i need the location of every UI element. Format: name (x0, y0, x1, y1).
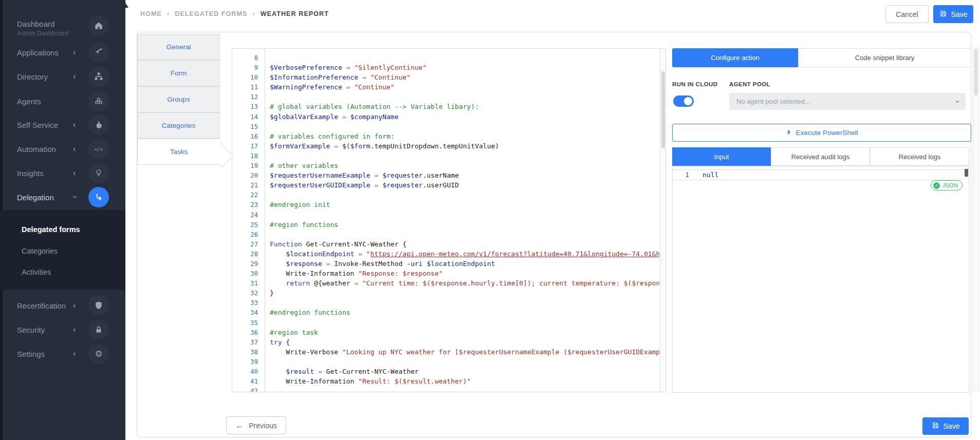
tab-label: Input (714, 153, 729, 161)
code-line: 16# variables configured in form: (232, 131, 659, 141)
code-line: 33 (232, 298, 659, 308)
save-icon (932, 422, 939, 431)
tab-groups[interactable]: Groups (137, 86, 220, 112)
sidebar-item-recertification[interactable]: Recertification ‹ (0, 294, 125, 317)
code-line: 13# global variables (Automation --> Var… (232, 102, 659, 111)
save-button[interactable]: Save (933, 5, 973, 23)
hand-icon (88, 114, 109, 135)
sidebar-item-label: Applications (17, 48, 59, 57)
execute-button-label: Execute PowerShell (796, 129, 858, 137)
json-value: null (695, 170, 718, 180)
lightning-icon (786, 128, 792, 138)
sidebar-item-applications[interactable]: Applications ‹ (0, 41, 125, 64)
sidebar-item-label: Recertification (17, 301, 66, 310)
home-icon (88, 15, 109, 36)
sidebar-item-automation[interactable]: Automation ‹ </> (0, 137, 125, 161)
sidebar-item-label: Directory (17, 72, 48, 81)
breadcrumb-delegated-forms[interactable]: DELEGATED FORMS (175, 10, 247, 17)
tab-label: Tasks (170, 148, 188, 156)
code-line: 8 (232, 53, 659, 63)
chevron-left-icon: ‹ (73, 168, 76, 178)
lock-icon (88, 319, 109, 340)
sidebar-item-agents[interactable]: Agents (0, 89, 125, 113)
agents-icon (88, 91, 109, 111)
json-valid-badge: ✓ JSON (931, 180, 963, 190)
chevron-left-icon: ‹ (73, 349, 76, 358)
code-line: 21$requesterUserGUIDExample = $requester… (232, 180, 659, 190)
save-button-bottom[interactable]: Save (922, 417, 969, 435)
tab-label: Received logs (899, 153, 941, 161)
run-in-cloud-toggle[interactable] (673, 95, 694, 107)
chevron-separator-icon: › (167, 10, 170, 17)
sidebar-item-label: Settings (17, 350, 45, 358)
sidebar-item-categories[interactable]: Categories (22, 245, 58, 257)
code-line: 28 $locationEndpoint = "https://api.open… (232, 249, 659, 259)
code-line: 29 $response = Invoke-RestMethod -uri $l… (232, 259, 659, 269)
code-line: 12 (232, 92, 659, 102)
code-icon: </> (88, 139, 109, 159)
sidebar-item-self-service[interactable]: Self Service ‹ (0, 113, 125, 137)
code-line: 38 Write-Verbose "Looking up NYC weather… (232, 347, 659, 357)
breadcrumb-current: WEATHER REPORT (261, 10, 329, 17)
tab-received-logs[interactable]: Received logs (870, 147, 969, 166)
code-line: 20$requesterUsernameExample = $requester… (232, 170, 659, 180)
toggle-knob (684, 97, 692, 105)
svg-text:</>: </> (95, 146, 103, 152)
editor-scrollbar[interactable] (660, 49, 665, 392)
tab-configure-action[interactable]: Configure action (672, 48, 798, 67)
sidebar-item-delegated-forms[interactable]: Delegated forms (22, 224, 80, 235)
run-in-cloud-label: RUN IN CLOUD (672, 81, 718, 87)
page-scrollbar-thumb[interactable] (974, 49, 977, 95)
breadcrumb-home[interactable]: HOME (140, 10, 162, 17)
code-line: 36#region task (232, 328, 659, 337)
agent-pool-select[interactable]: No agent pool selected... ‹ (729, 93, 966, 110)
cancel-button[interactable]: Cancel (885, 5, 929, 23)
tab-input[interactable]: Input (672, 147, 771, 166)
tab-label: Received audit logs (791, 153, 849, 161)
sidebar-item-label: Security (17, 326, 45, 334)
content-card: General Form Groups Categories Tasks 89$… (137, 32, 971, 437)
chevron-separator-icon: › (252, 10, 255, 17)
editor-scrollbar-thumb[interactable] (661, 71, 665, 148)
sidebar-item-settings[interactable]: Settings ‹ ⚙ (0, 342, 125, 366)
tab-categories[interactable]: Categories (137, 112, 220, 139)
sidebar-item-security[interactable]: Security ‹ (0, 318, 125, 341)
powershell-code-editor[interactable]: 89$VerbosePreference = "SilentlyContinue… (232, 48, 666, 392)
sidebar-collapse-icon[interactable] (121, 2, 128, 8)
tab-tasks[interactable]: Tasks (137, 139, 220, 165)
delegate-arrow-icon (88, 187, 109, 207)
chevron-left-icon: ‹ (73, 120, 76, 129)
sidebar-item-activities[interactable]: Activities (22, 266, 51, 278)
page-scrollbar[interactable] (973, 48, 979, 392)
tab-label: Categories (162, 122, 195, 129)
breadcrumb: HOME›DELEGATED FORMS›WEATHER REPORT (140, 10, 329, 17)
execute-powershell-button[interactable]: Execute PowerShell (672, 124, 971, 142)
code-line: 37try { (232, 337, 659, 347)
sidebar-item-insights[interactable]: Insights ‹ (0, 161, 125, 185)
save-button-label: Save (944, 422, 960, 430)
sidebar-item-delegation[interactable]: Delegation ‹ (0, 185, 125, 209)
sidebar-item-label: Automation (17, 145, 56, 154)
shield-icon (88, 295, 109, 316)
tab-label: General (166, 43, 191, 51)
sidebar-item-directory[interactable]: Directory ‹ (0, 65, 125, 88)
agent-pool-label: AGENT POOL (729, 81, 770, 87)
code-line: 11$WarningPreference = "Continue" (232, 82, 659, 92)
tab-received-audit-logs[interactable]: Received audit logs (771, 147, 870, 166)
sidebar-item-dashboard[interactable]: Dashboard Admin Dashboard (0, 12, 125, 39)
sidebar-item-sublabel: Admin Dashboard (17, 30, 68, 37)
code-line: 14$globalVarExample = $companyName (232, 112, 659, 122)
delegation-submenu: Delegated forms Categories Activities (0, 210, 125, 290)
input-json-editor[interactable]: 1 null ✓ JSON (672, 166, 969, 393)
code-line: 24 (232, 210, 659, 220)
cancel-button-label: Cancel (896, 10, 918, 18)
previous-button[interactable]: ← Previous (226, 416, 286, 434)
tab-general[interactable]: General (137, 34, 220, 60)
chevron-left-icon: ‹ (73, 144, 76, 154)
tab-form[interactable]: Form (137, 60, 220, 86)
lightbulb-icon (88, 163, 109, 183)
json-scrollbar-thumb[interactable] (965, 169, 968, 177)
tab-code-snippet-library[interactable]: Code snippet library (798, 48, 971, 67)
code-line: 40 $result = Get-Current-NYC-Weather (232, 367, 659, 376)
sidebar: Dashboard Admin Dashboard Applications ‹… (0, 0, 125, 440)
